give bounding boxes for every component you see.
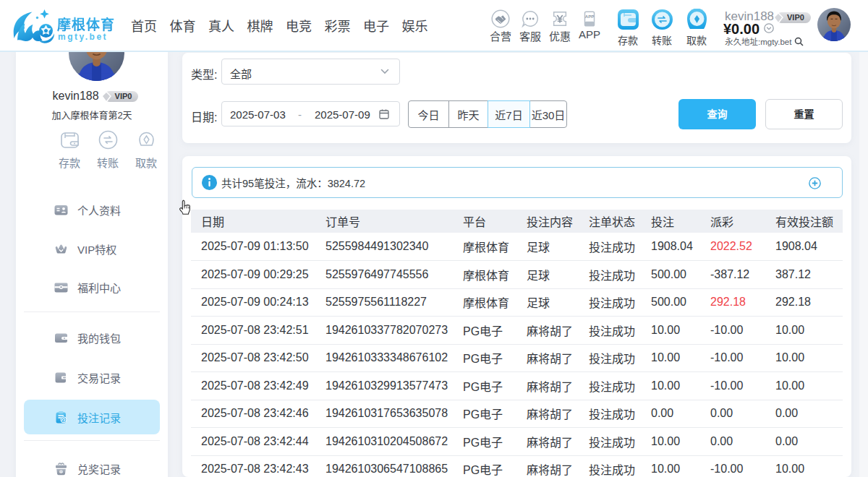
svg-text:APP: APP [585, 14, 594, 19]
svg-text:兑: 兑 [59, 469, 63, 474]
